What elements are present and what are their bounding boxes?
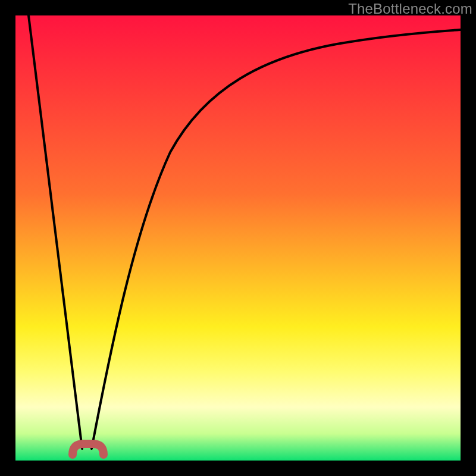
gradient-background: [15, 15, 461, 461]
chart-frame: TheBottleneck.com: [0, 0, 476, 476]
chart-svg: [15, 15, 461, 461]
watermark-text: TheBottleneck.com: [348, 1, 472, 17]
chart-plot-area: [15, 15, 461, 461]
